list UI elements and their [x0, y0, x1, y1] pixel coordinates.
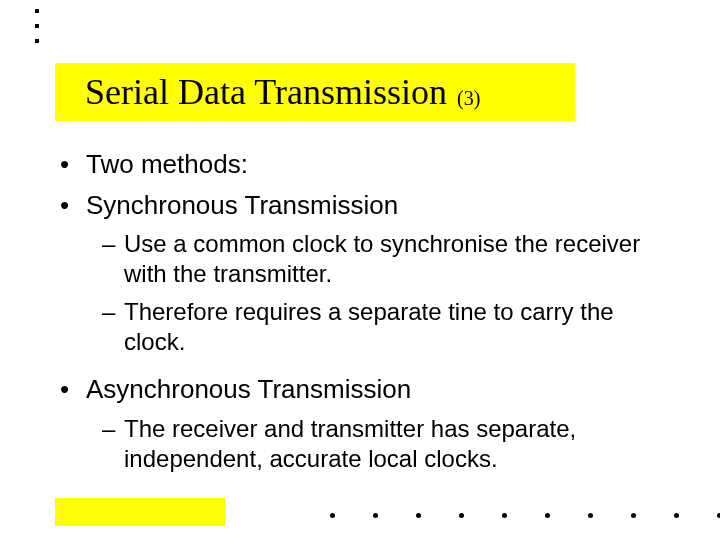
dot-icon [545, 513, 550, 518]
dot-icon [588, 513, 593, 518]
dot-icon [35, 39, 39, 43]
decoration-dots-horizontal [330, 513, 720, 518]
list-item: – Therefore requires a separate tine to … [102, 297, 660, 357]
dash-icon: – [102, 414, 124, 444]
decoration-bar [55, 498, 225, 526]
dot-icon [35, 24, 39, 28]
dash-icon: – [102, 297, 124, 327]
slide-number: (3) [457, 87, 480, 110]
dash-icon: – [102, 229, 124, 259]
list-item-text: Synchronous Transmission [86, 189, 660, 222]
bullet-icon: • [60, 373, 86, 406]
slide: Serial Data Transmission (3) • Two metho… [0, 0, 720, 540]
bullet-icon: • [60, 189, 86, 222]
dot-icon [416, 513, 421, 518]
dot-icon [631, 513, 636, 518]
dot-icon [330, 513, 335, 518]
dot-icon [459, 513, 464, 518]
bullet-list: • Asynchronous Transmission [60, 373, 660, 406]
decoration-dots-vertical [35, 9, 39, 43]
list-item: – The receiver and transmitter has separ… [102, 414, 660, 474]
bullet-sublist: – The receiver and transmitter has separ… [102, 414, 660, 474]
slide-title: Serial Data Transmission [85, 71, 447, 113]
list-item: • Asynchronous Transmission [60, 373, 660, 406]
list-item-text: Asynchronous Transmission [86, 373, 660, 406]
list-item-text: Two methods: [86, 148, 660, 181]
dot-icon [35, 9, 39, 13]
bullet-sublist: – Use a common clock to synchronise the … [102, 229, 660, 357]
list-item: – Use a common clock to synchronise the … [102, 229, 660, 289]
list-item: • Synchronous Transmission [60, 189, 660, 222]
title-box: Serial Data Transmission (3) [55, 63, 575, 121]
list-item-text: Use a common clock to synchronise the re… [124, 229, 660, 289]
dot-icon [502, 513, 507, 518]
list-item-text: The receiver and transmitter has separat… [124, 414, 660, 474]
list-item-text: Therefore requires a separate tine to ca… [124, 297, 660, 357]
bullet-icon: • [60, 148, 86, 181]
content-area: • Two methods: • Synchronous Transmissio… [60, 148, 660, 490]
bullet-list: • Two methods: • Synchronous Transmissio… [60, 148, 660, 221]
list-item: • Two methods: [60, 148, 660, 181]
dot-icon [373, 513, 378, 518]
dot-icon [674, 513, 679, 518]
